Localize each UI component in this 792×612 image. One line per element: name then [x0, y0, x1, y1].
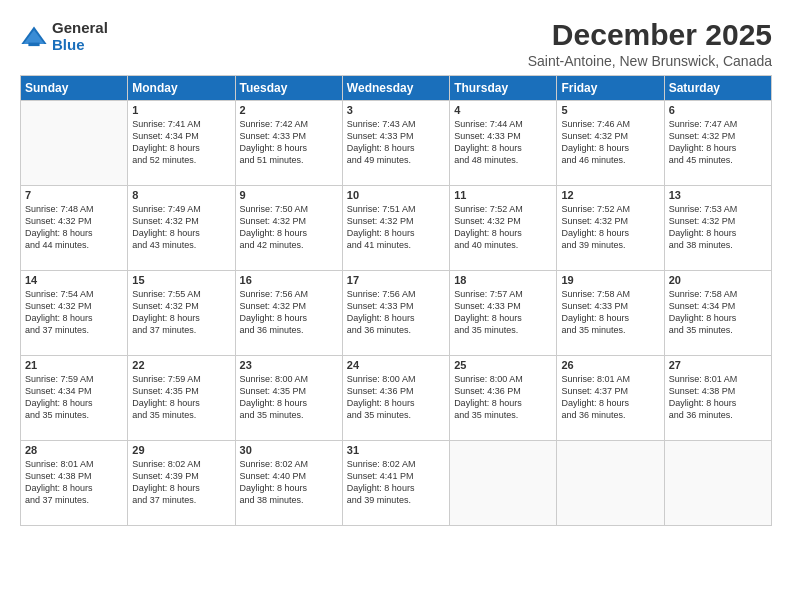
table-row: 6Sunrise: 7:47 AM Sunset: 4:32 PM Daylig…: [664, 101, 771, 186]
table-row: 1Sunrise: 7:41 AM Sunset: 4:34 PM Daylig…: [128, 101, 235, 186]
day-info: Sunrise: 7:57 AM Sunset: 4:33 PM Dayligh…: [454, 288, 552, 337]
day-number: 19: [561, 274, 659, 286]
table-row: [21, 101, 128, 186]
day-number: 26: [561, 359, 659, 371]
day-info: Sunrise: 7:46 AM Sunset: 4:32 PM Dayligh…: [561, 118, 659, 167]
day-number: 13: [669, 189, 767, 201]
col-tuesday: Tuesday: [235, 76, 342, 101]
day-info: Sunrise: 8:02 AM Sunset: 4:41 PM Dayligh…: [347, 458, 445, 507]
table-row: 26Sunrise: 8:01 AM Sunset: 4:37 PM Dayli…: [557, 356, 664, 441]
svg-rect-2: [28, 42, 39, 46]
day-info: Sunrise: 7:52 AM Sunset: 4:32 PM Dayligh…: [454, 203, 552, 252]
day-number: 31: [347, 444, 445, 456]
table-row: 9Sunrise: 7:50 AM Sunset: 4:32 PM Daylig…: [235, 186, 342, 271]
table-row: 28Sunrise: 8:01 AM Sunset: 4:38 PM Dayli…: [21, 441, 128, 526]
day-number: 20: [669, 274, 767, 286]
day-info: Sunrise: 8:01 AM Sunset: 4:38 PM Dayligh…: [25, 458, 123, 507]
table-row: 16Sunrise: 7:56 AM Sunset: 4:32 PM Dayli…: [235, 271, 342, 356]
table-row: 8Sunrise: 7:49 AM Sunset: 4:32 PM Daylig…: [128, 186, 235, 271]
table-row: 15Sunrise: 7:55 AM Sunset: 4:32 PM Dayli…: [128, 271, 235, 356]
day-number: 5: [561, 104, 659, 116]
calendar-week-row: 14Sunrise: 7:54 AM Sunset: 4:32 PM Dayli…: [21, 271, 772, 356]
day-number: 22: [132, 359, 230, 371]
logo-blue-label: Blue: [52, 37, 108, 54]
calendar-week-row: 21Sunrise: 7:59 AM Sunset: 4:34 PM Dayli…: [21, 356, 772, 441]
table-row: [664, 441, 771, 526]
day-number: 7: [25, 189, 123, 201]
day-info: Sunrise: 8:02 AM Sunset: 4:40 PM Dayligh…: [240, 458, 338, 507]
day-info: Sunrise: 7:41 AM Sunset: 4:34 PM Dayligh…: [132, 118, 230, 167]
logo-text: General Blue: [52, 20, 108, 53]
table-row: [450, 441, 557, 526]
table-row: 30Sunrise: 8:02 AM Sunset: 4:40 PM Dayli…: [235, 441, 342, 526]
calendar-week-row: 7Sunrise: 7:48 AM Sunset: 4:32 PM Daylig…: [21, 186, 772, 271]
day-info: Sunrise: 7:54 AM Sunset: 4:32 PM Dayligh…: [25, 288, 123, 337]
day-info: Sunrise: 8:01 AM Sunset: 4:38 PM Dayligh…: [669, 373, 767, 422]
day-info: Sunrise: 7:49 AM Sunset: 4:32 PM Dayligh…: [132, 203, 230, 252]
table-row: 11Sunrise: 7:52 AM Sunset: 4:32 PM Dayli…: [450, 186, 557, 271]
logo-icon: [20, 23, 48, 51]
day-info: Sunrise: 7:47 AM Sunset: 4:32 PM Dayligh…: [669, 118, 767, 167]
day-number: 28: [25, 444, 123, 456]
day-info: Sunrise: 7:53 AM Sunset: 4:32 PM Dayligh…: [669, 203, 767, 252]
table-row: 21Sunrise: 7:59 AM Sunset: 4:34 PM Dayli…: [21, 356, 128, 441]
day-number: 2: [240, 104, 338, 116]
day-info: Sunrise: 7:42 AM Sunset: 4:33 PM Dayligh…: [240, 118, 338, 167]
table-row: 13Sunrise: 7:53 AM Sunset: 4:32 PM Dayli…: [664, 186, 771, 271]
day-number: 9: [240, 189, 338, 201]
logo: General Blue: [20, 20, 108, 53]
title-block: December 2025 Saint-Antoine, New Brunswi…: [528, 18, 772, 69]
table-row: 17Sunrise: 7:56 AM Sunset: 4:33 PM Dayli…: [342, 271, 449, 356]
table-row: 31Sunrise: 8:02 AM Sunset: 4:41 PM Dayli…: [342, 441, 449, 526]
day-number: 17: [347, 274, 445, 286]
day-info: Sunrise: 7:56 AM Sunset: 4:32 PM Dayligh…: [240, 288, 338, 337]
table-row: 2Sunrise: 7:42 AM Sunset: 4:33 PM Daylig…: [235, 101, 342, 186]
day-number: 8: [132, 189, 230, 201]
day-info: Sunrise: 8:00 AM Sunset: 4:36 PM Dayligh…: [454, 373, 552, 422]
table-row: 25Sunrise: 8:00 AM Sunset: 4:36 PM Dayli…: [450, 356, 557, 441]
day-info: Sunrise: 7:59 AM Sunset: 4:35 PM Dayligh…: [132, 373, 230, 422]
day-info: Sunrise: 7:52 AM Sunset: 4:32 PM Dayligh…: [561, 203, 659, 252]
day-number: 14: [25, 274, 123, 286]
day-info: Sunrise: 7:48 AM Sunset: 4:32 PM Dayligh…: [25, 203, 123, 252]
col-friday: Friday: [557, 76, 664, 101]
table-row: 22Sunrise: 7:59 AM Sunset: 4:35 PM Dayli…: [128, 356, 235, 441]
day-number: 3: [347, 104, 445, 116]
day-number: 25: [454, 359, 552, 371]
table-row: 4Sunrise: 7:44 AM Sunset: 4:33 PM Daylig…: [450, 101, 557, 186]
day-number: 30: [240, 444, 338, 456]
day-number: 23: [240, 359, 338, 371]
table-row: [557, 441, 664, 526]
logo-general-label: General: [52, 20, 108, 37]
day-number: 16: [240, 274, 338, 286]
day-number: 15: [132, 274, 230, 286]
day-info: Sunrise: 7:44 AM Sunset: 4:33 PM Dayligh…: [454, 118, 552, 167]
day-number: 24: [347, 359, 445, 371]
col-thursday: Thursday: [450, 76, 557, 101]
day-number: 12: [561, 189, 659, 201]
day-number: 10: [347, 189, 445, 201]
table-row: 3Sunrise: 7:43 AM Sunset: 4:33 PM Daylig…: [342, 101, 449, 186]
day-info: Sunrise: 8:00 AM Sunset: 4:35 PM Dayligh…: [240, 373, 338, 422]
col-wednesday: Wednesday: [342, 76, 449, 101]
day-info: Sunrise: 7:50 AM Sunset: 4:32 PM Dayligh…: [240, 203, 338, 252]
table-row: 23Sunrise: 8:00 AM Sunset: 4:35 PM Dayli…: [235, 356, 342, 441]
day-number: 27: [669, 359, 767, 371]
day-number: 18: [454, 274, 552, 286]
table-row: 24Sunrise: 8:00 AM Sunset: 4:36 PM Dayli…: [342, 356, 449, 441]
table-row: 27Sunrise: 8:01 AM Sunset: 4:38 PM Dayli…: [664, 356, 771, 441]
day-info: Sunrise: 7:55 AM Sunset: 4:32 PM Dayligh…: [132, 288, 230, 337]
day-info: Sunrise: 7:43 AM Sunset: 4:33 PM Dayligh…: [347, 118, 445, 167]
calendar-table: Sunday Monday Tuesday Wednesday Thursday…: [20, 75, 772, 526]
location-label: Saint-Antoine, New Brunswick, Canada: [528, 53, 772, 69]
day-info: Sunrise: 7:58 AM Sunset: 4:34 PM Dayligh…: [669, 288, 767, 337]
calendar-week-row: 28Sunrise: 8:01 AM Sunset: 4:38 PM Dayli…: [21, 441, 772, 526]
day-info: Sunrise: 8:01 AM Sunset: 4:37 PM Dayligh…: [561, 373, 659, 422]
table-row: 18Sunrise: 7:57 AM Sunset: 4:33 PM Dayli…: [450, 271, 557, 356]
day-info: Sunrise: 7:58 AM Sunset: 4:33 PM Dayligh…: [561, 288, 659, 337]
day-number: 4: [454, 104, 552, 116]
table-row: 12Sunrise: 7:52 AM Sunset: 4:32 PM Dayli…: [557, 186, 664, 271]
day-info: Sunrise: 8:00 AM Sunset: 4:36 PM Dayligh…: [347, 373, 445, 422]
day-number: 21: [25, 359, 123, 371]
page: General Blue December 2025 Saint-Antoine…: [0, 0, 792, 612]
